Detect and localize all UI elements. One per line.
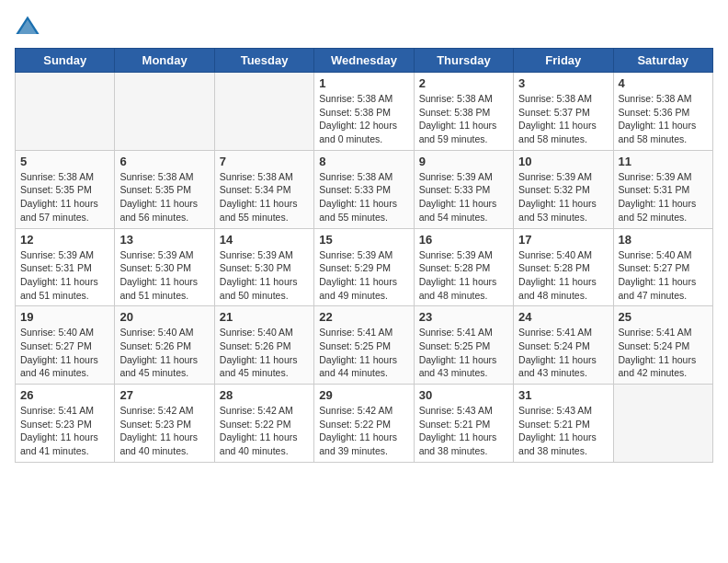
- day-number: 8: [319, 155, 408, 168]
- weekday-header-monday: Monday: [115, 49, 214, 73]
- day-number: 7: [220, 155, 309, 168]
- day-number: 18: [619, 233, 708, 247]
- calendar-cell: 4Sunrise: 5:38 AM Sunset: 5:36 PM Daylig…: [613, 73, 712, 151]
- weekday-header-tuesday: Tuesday: [214, 49, 313, 73]
- calendar-table: SundayMondayTuesdayWednesdayThursdayFrid…: [15, 48, 713, 463]
- day-number: 5: [20, 155, 109, 168]
- day-number: 11: [619, 155, 708, 168]
- day-number: 19: [20, 310, 109, 324]
- calendar-week-row: 26Sunrise: 5:41 AM Sunset: 5:23 PM Dayli…: [16, 385, 713, 463]
- calendar-cell: 27Sunrise: 5:42 AM Sunset: 5:23 PM Dayli…: [115, 385, 214, 463]
- day-number: 30: [419, 388, 508, 402]
- logo-icon: [15, 15, 40, 40]
- calendar-cell: 8Sunrise: 5:38 AM Sunset: 5:33 PM Daylig…: [314, 150, 414, 228]
- calendar-cell: 5Sunrise: 5:38 AM Sunset: 5:35 PM Daylig…: [16, 150, 115, 228]
- calendar-cell: [613, 385, 712, 463]
- calendar-cell: 7Sunrise: 5:38 AM Sunset: 5:34 PM Daylig…: [214, 150, 313, 228]
- day-info: Sunrise: 5:42 AM Sunset: 5:23 PM Dayligh…: [119, 404, 209, 458]
- day-number: 4: [619, 76, 708, 90]
- day-number: 13: [119, 233, 209, 247]
- day-number: 3: [518, 76, 608, 90]
- day-number: 6: [119, 155, 209, 168]
- calendar-cell: 23Sunrise: 5:41 AM Sunset: 5:25 PM Dayli…: [414, 306, 513, 385]
- calendar-cell: [16, 73, 115, 151]
- calendar-cell: 28Sunrise: 5:42 AM Sunset: 5:22 PM Dayli…: [214, 385, 313, 463]
- calendar-cell: 20Sunrise: 5:40 AM Sunset: 5:26 PM Dayli…: [115, 306, 214, 385]
- day-info: Sunrise: 5:38 AM Sunset: 5:36 PM Dayligh…: [619, 92, 708, 146]
- day-info: Sunrise: 5:39 AM Sunset: 5:28 PM Dayligh…: [419, 248, 508, 303]
- calendar-week-row: 19Sunrise: 5:40 AM Sunset: 5:27 PM Dayli…: [16, 306, 713, 385]
- calendar-cell: 29Sunrise: 5:42 AM Sunset: 5:22 PM Dayli…: [314, 385, 414, 463]
- calendar-cell: 26Sunrise: 5:41 AM Sunset: 5:23 PM Dayli…: [16, 385, 115, 463]
- calendar-week-row: 1Sunrise: 5:38 AM Sunset: 5:38 PM Daylig…: [16, 73, 713, 151]
- day-info: Sunrise: 5:39 AM Sunset: 5:32 PM Dayligh…: [518, 170, 608, 224]
- day-info: Sunrise: 5:38 AM Sunset: 5:35 PM Dayligh…: [20, 170, 109, 224]
- day-number: 25: [619, 310, 708, 324]
- day-info: Sunrise: 5:39 AM Sunset: 5:30 PM Dayligh…: [119, 248, 209, 303]
- day-info: Sunrise: 5:41 AM Sunset: 5:23 PM Dayligh…: [20, 404, 109, 458]
- calendar-cell: 6Sunrise: 5:38 AM Sunset: 5:35 PM Daylig…: [115, 150, 214, 228]
- day-number: 15: [319, 233, 408, 247]
- page-header: [15, 15, 713, 40]
- logo: [15, 15, 44, 40]
- weekday-header-wednesday: Wednesday: [314, 49, 414, 73]
- weekday-header-sunday: Sunday: [16, 49, 115, 73]
- day-info: Sunrise: 5:42 AM Sunset: 5:22 PM Dayligh…: [220, 404, 309, 458]
- calendar-cell: 13Sunrise: 5:39 AM Sunset: 5:30 PM Dayli…: [115, 228, 214, 306]
- day-info: Sunrise: 5:39 AM Sunset: 5:30 PM Dayligh…: [220, 248, 309, 303]
- day-number: 1: [319, 76, 408, 90]
- day-number: 14: [220, 233, 309, 247]
- day-number: 21: [220, 310, 309, 324]
- day-info: Sunrise: 5:41 AM Sunset: 5:25 PM Dayligh…: [319, 326, 408, 380]
- day-info: Sunrise: 5:40 AM Sunset: 5:27 PM Dayligh…: [619, 248, 708, 303]
- calendar-cell: 12Sunrise: 5:39 AM Sunset: 5:31 PM Dayli…: [16, 228, 115, 306]
- calendar-cell: 16Sunrise: 5:39 AM Sunset: 5:28 PM Dayli…: [414, 228, 513, 306]
- day-info: Sunrise: 5:39 AM Sunset: 5:29 PM Dayligh…: [319, 248, 408, 303]
- day-info: Sunrise: 5:40 AM Sunset: 5:26 PM Dayligh…: [119, 326, 209, 380]
- calendar-cell: 22Sunrise: 5:41 AM Sunset: 5:25 PM Dayli…: [314, 306, 414, 385]
- day-number: 28: [220, 388, 309, 402]
- day-info: Sunrise: 5:39 AM Sunset: 5:33 PM Dayligh…: [419, 170, 508, 224]
- day-info: Sunrise: 5:40 AM Sunset: 5:27 PM Dayligh…: [20, 326, 109, 380]
- day-number: 31: [518, 388, 608, 402]
- calendar-cell: [115, 73, 214, 151]
- calendar-cell: 18Sunrise: 5:40 AM Sunset: 5:27 PM Dayli…: [613, 228, 712, 306]
- calendar-cell: 17Sunrise: 5:40 AM Sunset: 5:28 PM Dayli…: [514, 228, 613, 306]
- calendar-cell: 31Sunrise: 5:43 AM Sunset: 5:21 PM Dayli…: [514, 385, 613, 463]
- calendar-cell: 25Sunrise: 5:41 AM Sunset: 5:24 PM Dayli…: [613, 306, 712, 385]
- day-info: Sunrise: 5:42 AM Sunset: 5:22 PM Dayligh…: [319, 404, 408, 458]
- calendar-cell: 1Sunrise: 5:38 AM Sunset: 5:38 PM Daylig…: [314, 73, 414, 151]
- weekday-header-saturday: Saturday: [613, 49, 712, 73]
- day-number: 29: [319, 388, 408, 402]
- day-info: Sunrise: 5:38 AM Sunset: 5:37 PM Dayligh…: [518, 92, 608, 146]
- day-info: Sunrise: 5:43 AM Sunset: 5:21 PM Dayligh…: [518, 404, 608, 458]
- calendar-cell: 11Sunrise: 5:39 AM Sunset: 5:31 PM Dayli…: [613, 150, 712, 228]
- day-info: Sunrise: 5:43 AM Sunset: 5:21 PM Dayligh…: [419, 404, 508, 458]
- calendar-cell: 21Sunrise: 5:40 AM Sunset: 5:26 PM Dayli…: [214, 306, 313, 385]
- day-info: Sunrise: 5:38 AM Sunset: 5:38 PM Dayligh…: [419, 92, 508, 146]
- weekday-header-thursday: Thursday: [414, 49, 513, 73]
- calendar-week-row: 12Sunrise: 5:39 AM Sunset: 5:31 PM Dayli…: [16, 228, 713, 306]
- calendar-week-row: 5Sunrise: 5:38 AM Sunset: 5:35 PM Daylig…: [16, 150, 713, 228]
- day-info: Sunrise: 5:38 AM Sunset: 5:35 PM Dayligh…: [119, 170, 209, 224]
- day-info: Sunrise: 5:41 AM Sunset: 5:25 PM Dayligh…: [419, 326, 508, 380]
- calendar-cell: 3Sunrise: 5:38 AM Sunset: 5:37 PM Daylig…: [514, 73, 613, 151]
- calendar-cell: 10Sunrise: 5:39 AM Sunset: 5:32 PM Dayli…: [514, 150, 613, 228]
- day-number: 26: [20, 388, 109, 402]
- day-number: 20: [119, 310, 209, 324]
- day-number: 12: [20, 233, 109, 247]
- day-number: 24: [518, 310, 608, 324]
- calendar-cell: 15Sunrise: 5:39 AM Sunset: 5:29 PM Dayli…: [314, 228, 414, 306]
- day-number: 16: [419, 233, 508, 247]
- day-info: Sunrise: 5:40 AM Sunset: 5:28 PM Dayligh…: [518, 248, 608, 303]
- day-info: Sunrise: 5:41 AM Sunset: 5:24 PM Dayligh…: [518, 326, 608, 380]
- calendar-cell: [214, 73, 313, 151]
- day-number: 10: [518, 155, 608, 168]
- day-info: Sunrise: 5:39 AM Sunset: 5:31 PM Dayligh…: [619, 170, 708, 224]
- calendar-cell: 24Sunrise: 5:41 AM Sunset: 5:24 PM Dayli…: [514, 306, 613, 385]
- day-number: 9: [419, 155, 508, 168]
- calendar-cell: 2Sunrise: 5:38 AM Sunset: 5:38 PM Daylig…: [414, 73, 513, 151]
- calendar-cell: 19Sunrise: 5:40 AM Sunset: 5:27 PM Dayli…: [16, 306, 115, 385]
- calendar-cell: 14Sunrise: 5:39 AM Sunset: 5:30 PM Dayli…: [214, 228, 313, 306]
- weekday-header-friday: Friday: [514, 49, 613, 73]
